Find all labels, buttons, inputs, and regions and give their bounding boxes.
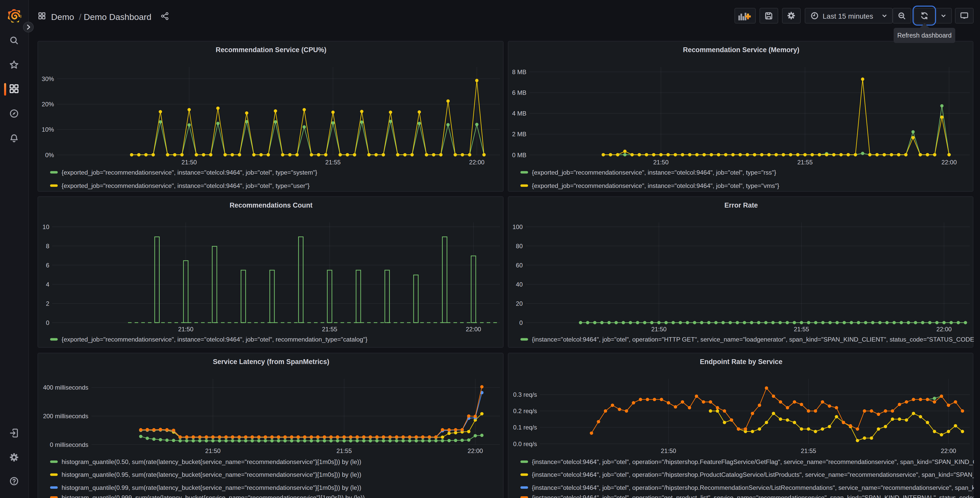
svg-text:Endpoint Rate by Service: Endpoint Rate by Service — [700, 358, 782, 366]
svg-text:10: 10 — [42, 223, 49, 230]
svg-text:{exported_job="recommendations: {exported_job="recommendationservice", i… — [62, 182, 310, 189]
svg-text:10%: 10% — [41, 126, 54, 133]
svg-text:22:00: 22:00 — [936, 326, 951, 333]
svg-text:4: 4 — [46, 281, 49, 288]
svg-text:2: 2 — [46, 300, 49, 307]
svg-text:4 MB: 4 MB — [512, 110, 527, 117]
svg-text:6 MB: 6 MB — [512, 89, 527, 96]
svg-text:22:00: 22:00 — [469, 159, 484, 166]
svg-text:21:50: 21:50 — [653, 159, 668, 166]
svg-text:{instance="otelcol:9464", job=: {instance="otelcol:9464", job="otel", op… — [532, 471, 974, 478]
svg-text:21:50: 21:50 — [205, 447, 221, 454]
svg-text:{exported_job="recommendations: {exported_job="recommendationservice", i… — [62, 169, 317, 176]
svg-text:Recommendation Service (CPU%): Recommendation Service (CPU%) — [216, 46, 326, 54]
svg-text:0%: 0% — [45, 152, 54, 158]
svg-text:histogram_quantile(0.999, sum(: histogram_quantile(0.999, sum(rate(laten… — [62, 494, 365, 498]
svg-text:0.1 req/s: 0.1 req/s — [513, 424, 537, 431]
svg-text:21:55: 21:55 — [325, 159, 340, 166]
svg-text:100: 100 — [512, 223, 523, 230]
svg-text:200 milliseconds: 200 milliseconds — [43, 413, 88, 420]
svg-text:{instance="otelcol:9464", job=: {instance="otelcol:9464", job="otel", op… — [532, 484, 974, 491]
svg-text:30%: 30% — [41, 75, 54, 82]
svg-text:histogram_quantile(0.50, sum(r: histogram_quantile(0.50, sum(rate(latenc… — [62, 458, 361, 465]
svg-text:{instance="otelcol:9464", job=: {instance="otelcol:9464", job="otel", op… — [532, 336, 974, 343]
svg-text:0: 0 — [519, 319, 523, 326]
svg-text:Recommendation Service (Memory: Recommendation Service (Memory) — [683, 46, 799, 54]
svg-text:8: 8 — [46, 243, 49, 249]
svg-text:20: 20 — [516, 300, 523, 307]
svg-text:21:55: 21:55 — [336, 447, 352, 454]
svg-text:{instance="otelcol:9464", job=: {instance="otelcol:9464", job="otel", op… — [532, 494, 974, 498]
svg-text:0 milliseconds: 0 milliseconds — [50, 441, 88, 448]
svg-text:20%: 20% — [41, 101, 54, 108]
svg-text:22:00: 22:00 — [468, 447, 483, 454]
svg-text:60: 60 — [516, 262, 523, 269]
svg-text:{exported_job="recommendations: {exported_job="recommendationservice", i… — [532, 169, 776, 176]
svg-text:0.0 req/s: 0.0 req/s — [513, 441, 537, 447]
svg-text:22:00: 22:00 — [941, 447, 956, 454]
svg-text:0.2 req/s: 0.2 req/s — [513, 407, 537, 414]
svg-text:0 MB: 0 MB — [512, 152, 527, 158]
svg-text:0.3 req/s: 0.3 req/s — [513, 391, 537, 398]
svg-text:6: 6 — [46, 262, 49, 269]
svg-text:2 MB: 2 MB — [512, 131, 527, 137]
svg-text:histogram_quantile(0.99, sum(r: histogram_quantile(0.99, sum(rate(latenc… — [62, 484, 361, 491]
svg-text:Service Latency (from SpanMetr: Service Latency (from SpanMetrics) — [213, 358, 329, 366]
svg-text:{exported_job="recommendations: {exported_job="recommendationservice", i… — [532, 182, 779, 189]
svg-text:21:55: 21:55 — [322, 326, 337, 333]
svg-text:{exported_job="recommendations: {exported_job="recommendationservice", i… — [62, 336, 368, 343]
svg-text:21:55: 21:55 — [794, 326, 809, 333]
svg-text:80: 80 — [516, 243, 523, 249]
svg-text:21:50: 21:50 — [181, 159, 197, 166]
svg-text:22:00: 22:00 — [942, 159, 957, 166]
svg-text:21:55: 21:55 — [801, 447, 816, 454]
svg-text:21:50: 21:50 — [178, 326, 193, 333]
svg-text:{instance="otelcol:9464", job=: {instance="otelcol:9464", job="otel", op… — [532, 458, 974, 465]
svg-text:400 milliseconds: 400 milliseconds — [43, 384, 88, 391]
svg-text:Recommendations Count: Recommendations Count — [230, 201, 313, 209]
svg-text:Error Rate: Error Rate — [724, 201, 758, 209]
svg-text:21:50: 21:50 — [661, 447, 676, 454]
svg-text:22:00: 22:00 — [466, 326, 481, 333]
svg-text:histogram_quantile(0.95, sum(r: histogram_quantile(0.95, sum(rate(latenc… — [62, 471, 361, 478]
svg-text:8 MB: 8 MB — [512, 69, 527, 75]
svg-text:21:50: 21:50 — [651, 326, 667, 333]
svg-text:0: 0 — [46, 319, 49, 326]
svg-text:21:55: 21:55 — [797, 159, 813, 166]
svg-text:40: 40 — [516, 281, 523, 288]
